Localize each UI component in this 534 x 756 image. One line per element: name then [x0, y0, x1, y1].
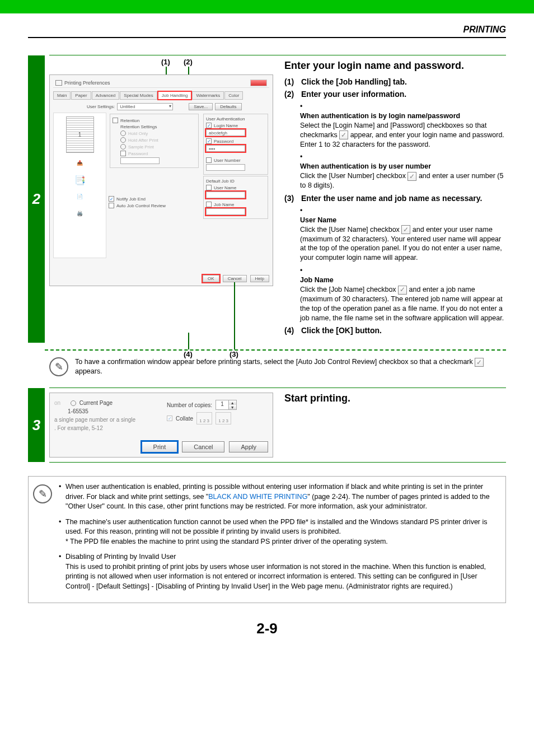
tab-special-modes[interactable]: Special Modes	[120, 91, 157, 100]
range-hint3: . For example, 5-12	[54, 425, 103, 431]
default-job-id-group: Default Job ID User Name Job Name	[203, 176, 268, 219]
collate-icon: 1 2 3	[216, 412, 231, 424]
pencil-icon: ✎	[39, 487, 47, 501]
user-auth-group: User Authentication Login Name abcdefgh …	[203, 114, 268, 175]
step-3: 3 on Current Page 1-65535 a single page …	[28, 388, 506, 462]
collate-label: Collate	[176, 416, 193, 422]
callout-line	[234, 282, 235, 349]
retention-settings-label: Retention Settings	[120, 124, 196, 129]
bullet-body: Click the [User Name] checkbox	[300, 226, 401, 234]
note-text-b: appears.	[75, 367, 102, 375]
user-number-label: User Number	[214, 158, 241, 163]
end-note-3: Disabling of Printing by Invalid User Th…	[59, 552, 501, 591]
callout-3-label: (3)	[229, 350, 238, 358]
password-checkbox[interactable]	[120, 151, 126, 156]
tab-watermarks[interactable]: Watermarks	[192, 91, 224, 100]
tab-paper[interactable]: Paper	[71, 91, 91, 100]
sub-num-4: (4)	[284, 326, 297, 335]
bullet-lead: When authentication is by user number	[300, 162, 506, 171]
bw-printing-link[interactable]: BLACK AND WHITE PRINTING	[208, 493, 307, 501]
callout-1-label: (1)	[161, 58, 170, 66]
user-name-label: User Name	[214, 185, 236, 190]
step2-note: ✎ To have a confirmation window appear b…	[43, 357, 506, 376]
password-auth-checkbox[interactable]	[206, 138, 212, 144]
sub-title-2: Enter your user information.	[301, 90, 406, 99]
login-name-input[interactable]: abcdefgh	[206, 129, 245, 136]
password-auth-label: Password	[214, 139, 233, 144]
page-content: PRINTING 2 (1) (2) Printing Preferences	[0, 13, 534, 660]
login-name-checkbox[interactable]	[206, 123, 212, 128]
user-settings-dropdown[interactable]: Untitled	[117, 103, 173, 110]
ok-button[interactable]: OK	[203, 275, 219, 282]
end-note-1: When user authentication is enabled, pri…	[59, 482, 501, 512]
step-bottom-rule	[49, 462, 506, 463]
auto-job-control-checkbox[interactable]	[109, 203, 114, 208]
sub-num-3: (3)	[284, 194, 297, 203]
retention-password-input[interactable]	[120, 157, 160, 164]
job-name-checkbox[interactable]	[206, 202, 212, 207]
retention-group: Retention Retention Settings Hold Only H…	[110, 114, 199, 168]
copies-spinner[interactable]: 1 ▲▼	[216, 400, 237, 410]
save-button[interactable]: Save...	[189, 103, 213, 110]
finishing-icon: 📄	[69, 190, 91, 203]
apply-button[interactable]: Apply	[229, 441, 268, 452]
sample-print-label: Sample Print	[128, 144, 154, 150]
window-icon	[55, 80, 62, 86]
current-page-radio[interactable]	[71, 400, 76, 406]
retention-checkbox[interactable]	[113, 118, 118, 123]
help-button[interactable]: Help	[250, 275, 269, 282]
checkmark-icon	[475, 358, 484, 367]
tab-job-handling[interactable]: Job Handling	[158, 91, 192, 100]
checkmark-icon	[339, 130, 348, 139]
step3-heading: Start printing.	[284, 393, 506, 404]
collate-checkbox[interactable]	[167, 416, 172, 421]
user-number-checkbox[interactable]	[206, 157, 212, 163]
notify-job-end-checkbox[interactable]	[109, 196, 114, 202]
output-icon: 🖨️	[69, 207, 91, 220]
spinner-down-icon[interactable]: ▼	[228, 405, 236, 409]
password-input[interactable]: ••••	[206, 145, 245, 152]
preview-pane: 1 📥 📑 📄 🖨️	[53, 113, 106, 258]
step-2: 2 (1) (2) Printing Preferences Main	[28, 55, 506, 343]
note-text-a: To have a confirmation window appear bef…	[75, 358, 475, 366]
duplex-icon: 📑	[69, 173, 91, 186]
cancel-button[interactable]: Cancel	[223, 275, 247, 282]
print-dialog-fragment: on Current Page 1-65535 a single page nu…	[49, 393, 273, 458]
callout-4-label: (4)	[184, 350, 193, 358]
tab-main[interactable]: Main	[53, 91, 71, 100]
user-number-input[interactable]	[206, 164, 245, 171]
defaults-button[interactable]: Defaults	[215, 103, 241, 110]
copies-label: Number of copies:	[167, 402, 212, 408]
section-title: PRINTING	[28, 25, 506, 35]
header-rule	[28, 37, 506, 38]
notify-label: Notify Job End	[116, 197, 146, 202]
sample-print-radio[interactable]	[120, 144, 126, 150]
close-icon[interactable]	[250, 80, 267, 86]
checkmark-icon	[398, 286, 407, 295]
hold-only-radio[interactable]	[120, 130, 126, 136]
bullet-body: Click the [User Number] checkbox	[300, 172, 407, 180]
range-hint1: 1-65535	[68, 408, 88, 414]
callout-line	[188, 333, 189, 349]
job-name-input[interactable]	[206, 208, 245, 215]
hold-after-print-radio[interactable]	[120, 137, 126, 143]
tab-strip: Main Paper Advanced Special Modes Job Ha…	[53, 91, 269, 100]
note-icon: ✎	[33, 484, 52, 503]
retention-label: Retention	[120, 118, 139, 123]
tab-advanced[interactable]: Advanced	[92, 91, 120, 100]
cancel-button[interactable]: Cancel	[182, 441, 224, 452]
callout-2-label: (2)	[184, 58, 193, 66]
print-button[interactable]: Print	[142, 441, 178, 452]
bullet-lead: Job Name	[300, 276, 506, 285]
user-name-input[interactable]	[206, 192, 245, 198]
step-number-3: 3	[28, 388, 45, 462]
spinner-up-icon[interactable]: ▲	[228, 400, 236, 405]
tray-icon: 📥	[69, 156, 91, 170]
user-name-checkbox[interactable]	[206, 185, 212, 190]
printing-preferences-dialog: Printing Preferences Main Paper Advanced…	[49, 74, 273, 286]
password-label: Password	[128, 151, 148, 156]
tab-color[interactable]: Color	[224, 91, 243, 100]
checkmark-icon	[401, 225, 410, 234]
sub-title-1: Click the [Job Handling] tab.	[301, 77, 407, 86]
step-number-2: 2	[28, 55, 45, 343]
